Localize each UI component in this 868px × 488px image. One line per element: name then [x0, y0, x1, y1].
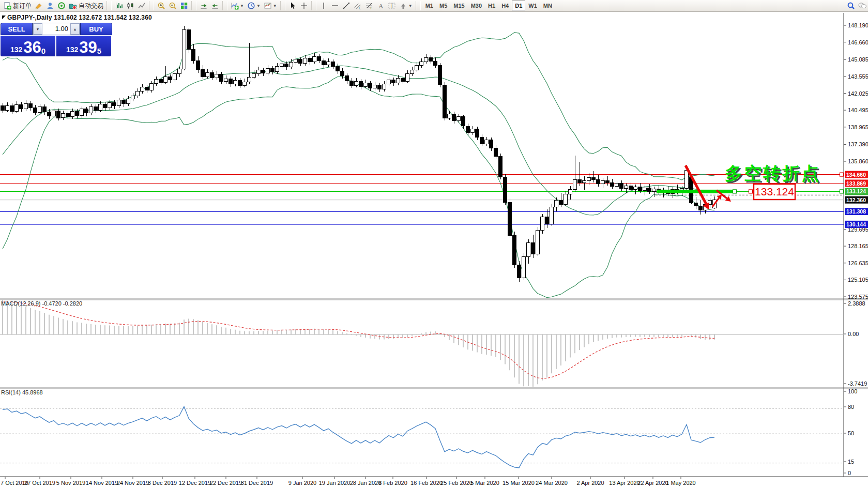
- vertical-line-button[interactable]: [318, 1, 329, 11]
- rsi-tick-label: 50: [848, 430, 854, 436]
- price-tick-label: 148.190: [848, 22, 868, 28]
- text-icon: A: [376, 2, 385, 10]
- hline-icon: [331, 2, 339, 10]
- periods-icon: [247, 2, 255, 10]
- buy-price-big-figure: 132: [66, 45, 78, 54]
- toolbar-separator: [149, 1, 154, 10]
- crosshair-button[interactable]: [298, 1, 310, 11]
- zoom-out-icon: [169, 2, 177, 10]
- volume-decrease-button[interactable]: ▼: [33, 23, 42, 35]
- templates-button[interactable]: ▼: [262, 1, 279, 11]
- fibonacci-icon: F: [365, 2, 373, 10]
- price-tick-label: 143.555: [848, 73, 868, 80]
- timeframe-button-mn[interactable]: MN: [540, 1, 555, 11]
- sell-button[interactable]: SELL: [1, 23, 33, 35]
- cursor-button[interactable]: [287, 1, 298, 11]
- date-tick-label: 14 Nov 2019: [86, 480, 118, 486]
- auto-scroll-icon: [211, 2, 219, 10]
- object-handle: [840, 190, 844, 193]
- date-tick-label: 27 Oct 2019: [24, 480, 55, 486]
- zoom-out-button[interactable]: [167, 1, 178, 11]
- date-tick-label: 24 Nov 2019: [117, 480, 149, 486]
- tile-windows-icon: [180, 2, 188, 10]
- date-tick-label: 5 Mar 2020: [470, 480, 499, 486]
- horizontal-line-button[interactable]: [329, 1, 341, 11]
- date-tick-label: 12 Dec 2019: [179, 480, 211, 486]
- buy-button[interactable]: BUY: [80, 23, 112, 35]
- rsi-label: RSI(14) 45.8968: [1, 389, 43, 395]
- date-tick-label: 13 Apr 2020: [609, 480, 639, 486]
- highlighter-button[interactable]: [33, 1, 44, 11]
- indicators-button[interactable]: ▼: [229, 1, 246, 11]
- arrows-button[interactable]: ▼: [398, 1, 414, 11]
- periods-button[interactable]: ▼: [246, 1, 262, 11]
- svg-text:T: T: [390, 3, 393, 9]
- toolbar: 新订单自动交易▼▼▼EFAT▼M1M5M15M30H1H4D1W1MN: [0, 0, 868, 12]
- timeframe-button-h1[interactable]: H1: [485, 1, 498, 11]
- timeframe-button-d1[interactable]: D1: [512, 1, 525, 11]
- crosshair-icon: [300, 2, 308, 10]
- candle-chart-icon: [126, 2, 134, 10]
- line-chart-button[interactable]: [136, 1, 147, 11]
- chevron-down-icon: ▼: [240, 4, 244, 8]
- toolbar-separator: [106, 1, 112, 10]
- date-tick-label: 25 Feb 2020: [440, 480, 473, 486]
- timeframe-button-m30[interactable]: M30: [468, 1, 485, 11]
- price-tick-label: 138.965: [848, 124, 868, 130]
- candlestick-chart-button[interactable]: [125, 1, 136, 11]
- sell-price-pips: 36: [23, 40, 41, 55]
- equidistant-channel-button[interactable]: E: [352, 1, 363, 11]
- svg-text:F: F: [370, 6, 372, 10]
- bar-chart-button[interactable]: [113, 1, 125, 11]
- date-tick-label: 15 Mar 2020: [502, 480, 535, 486]
- buy-price-point: 5: [97, 48, 101, 55]
- date-tick-label: 2 Apr 2020: [576, 480, 604, 486]
- volume-input[interactable]: 1.00: [42, 23, 70, 35]
- chart-shift-button[interactable]: [198, 1, 209, 11]
- macd-label: MACD(12,26,9) -0.4720 -0.2820: [1, 300, 82, 307]
- highlighter-icon: [35, 2, 43, 10]
- new-order-button[interactable]: 新订单: [2, 1, 33, 11]
- chart-canvas[interactable]: 133.124多空转折点多空转折点148.190146.660145.08514…: [0, 0, 868, 488]
- timeframe-button-w1[interactable]: W1: [525, 1, 540, 11]
- toolbar-separator: [416, 1, 421, 10]
- text-button[interactable]: A: [375, 1, 386, 11]
- green-support-bar: [657, 190, 735, 193]
- symbol-marker-icon: [2, 16, 6, 19]
- toolbar-separator: [222, 1, 227, 10]
- timeframe-button-m1[interactable]: M1: [422, 1, 436, 11]
- sell-price-big-figure: 132: [10, 45, 22, 54]
- timeframe-button-h4[interactable]: H4: [498, 1, 512, 11]
- sell-price[interactable]: 132360: [1, 36, 55, 56]
- trendline-button[interactable]: [341, 1, 352, 11]
- volume-increase-button[interactable]: ▲: [70, 23, 80, 35]
- candles-layer: [1, 26, 717, 282]
- mt4-window: 新订单自动交易▼▼▼EFAT▼M1M5M15M30H1H4D1W1MN 133.…: [0, 0, 868, 488]
- fibonacci-button[interactable]: F: [363, 1, 375, 11]
- zoom-in-button[interactable]: [156, 1, 167, 11]
- price-chip-label: 132.360: [846, 197, 866, 203]
- rsi-tick-label: 0: [848, 470, 851, 476]
- buy-price[interactable]: 132395: [56, 36, 111, 56]
- tile-windows-button[interactable]: [178, 1, 190, 11]
- chevron-down-icon: ▼: [273, 4, 277, 8]
- auto-scroll-button[interactable]: [209, 1, 221, 11]
- profiles-button[interactable]: [44, 1, 56, 11]
- price-chip-label: 134.660: [846, 172, 866, 178]
- search-button[interactable]: [845, 1, 857, 11]
- price-tick-label: 140.495: [848, 107, 868, 113]
- autotrading-button[interactable]: 自动交易: [67, 1, 105, 11]
- timeframe-button-m5[interactable]: M5: [436, 1, 450, 11]
- rsi-panel: [0, 406, 844, 468]
- price-tick-label: 146.660: [848, 39, 868, 45]
- text-label-button[interactable]: T: [386, 1, 398, 11]
- signals-button[interactable]: [56, 1, 67, 11]
- shapes-icon: [399, 2, 407, 10]
- chat-button[interactable]: [857, 1, 868, 11]
- macd-tick-label: 0.00: [848, 331, 859, 337]
- object-handle: [749, 190, 753, 193]
- timeframe-button-m15[interactable]: M15: [450, 1, 467, 11]
- toolbar-separator: [280, 1, 285, 10]
- toolbar-separator: [191, 1, 196, 10]
- templates-icon: [264, 2, 272, 10]
